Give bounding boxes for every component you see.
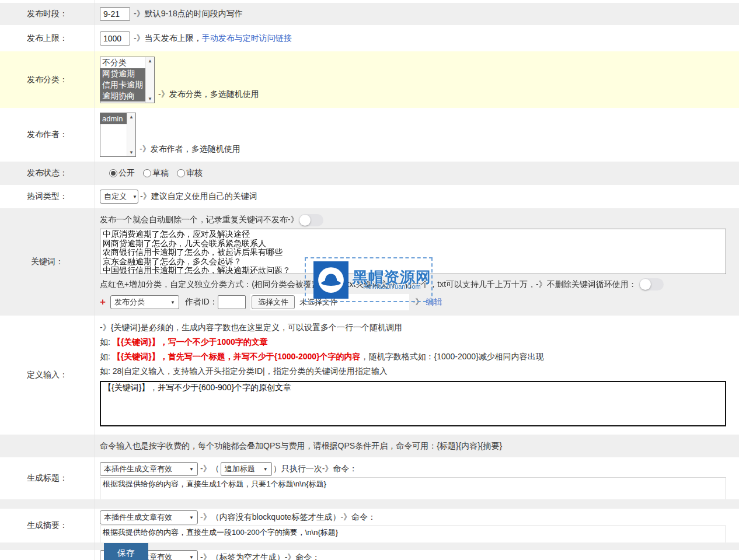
scroll-up-icon[interactable]: ▲ — [129, 114, 134, 120]
row-generate-summary: 生成摘要： 本插件生成文章有效 ▼ -》（内容没有blockquote标签才生成… — [0, 509, 739, 542]
hat-icon — [316, 265, 346, 295]
publish-limit-hint: -》当天发布上限， — [134, 33, 202, 44]
radio-review[interactable]: 审核 — [177, 168, 203, 178]
publish-category-multiselect[interactable]: 不分类 网贷逾期 信用卡逾期 逾期协商 ▲ ▼ — [100, 57, 155, 103]
row-define-input: 定义输入： -》{关键词}是必须的，生成内容字数也在这里定义，可以设置多个一行一… — [0, 316, 739, 435]
add-category-button[interactable]: + — [100, 296, 106, 308]
row-publish-limit: 发布上限： -》当天发布上限， 手动发布与定时访问链接 — [0, 25, 739, 51]
define-input-example-3: 如: 28|自定义输入，支持输入开头指定分类ID|，指定分类的关键词使用指定输入 — [100, 366, 739, 376]
publish-time-hint: -》默认9-18点的时间段内写作 — [134, 9, 243, 19]
generate-summary-command-textarea[interactable]: 根据我提供给你的内容，直接生成一段100-200个字的摘要，\n\n{标题} — [100, 526, 726, 542]
keywords-label: 关键词： — [0, 208, 95, 316]
publish-author-hint: -》发布作者，多选随机使用 — [140, 144, 240, 155]
row-generate-title: 生成标题： 本插件生成文章有效 ▼ -》（ 追加标题 ▼ ）只执行一次-》命令：… — [0, 457, 739, 499]
heimao-logo-icon — [313, 261, 348, 299]
scroll-down-icon[interactable]: ▼ — [148, 96, 152, 102]
generate-title-label: 生成标题： — [0, 457, 95, 499]
define-input-example-2: 如: 【{关键词}】，首先写一个标题，并写不少于{1000-2000}个字的内容… — [100, 352, 739, 361]
keyword-loop-toggle[interactable] — [639, 278, 664, 290]
summary-mode-select[interactable]: 本插件生成文章有效 ▼ — [100, 510, 198, 524]
radio-public[interactable]: 公开 — [109, 168, 135, 178]
category-option[interactable]: 不分类 — [100, 57, 145, 68]
settings-page: 发布时段： -》默认9-18点的时间段内写作 发布上限： -》当天发布上限， 手… — [0, 0, 739, 560]
chevron-down-icon: ▼ — [133, 194, 137, 200]
generate-title-command-textarea[interactable]: 根据我提供给你的内容，直接生成1个标题，只要1个标题\n\n{标题} — [100, 477, 726, 499]
category-option[interactable]: 信用卡逾期 — [100, 79, 145, 90]
title-append-select[interactable]: 追加标题 ▼ — [221, 462, 272, 476]
keyword-auto-delete-toggle[interactable] — [299, 214, 323, 226]
scroll-down-icon[interactable]: ▼ — [129, 150, 134, 155]
radio-icon[interactable] — [109, 169, 117, 177]
row-separator — [0, 499, 739, 509]
radio-icon[interactable] — [143, 169, 151, 177]
manual-publish-link[interactable]: 手动发布与定时访问链接 — [202, 33, 292, 44]
define-input-example-1: 如: 【{关键词}】，写一个不少于1000字的文章 — [100, 337, 739, 346]
row-command-note: 命令输入也是按字收费的，每个功能都会叠加QPS与费用，请根据QPS条件开启，命令… — [0, 435, 739, 457]
watermark-subtitle: HeiMaoZiYuan.Com — [353, 284, 431, 290]
publish-category-hint: -》发布分类，多选随机使用 — [158, 89, 259, 100]
radio-icon[interactable] — [177, 169, 185, 177]
define-input-label: 定义输入： — [0, 316, 95, 435]
category-option[interactable]: 网贷逾期 — [100, 68, 145, 79]
multiselect-scrollbar[interactable]: ▲ ▼ — [127, 113, 135, 156]
publish-limit-label: 发布上限： — [0, 25, 95, 51]
multiselect-scrollbar[interactable]: ▲ ▼ — [145, 57, 154, 103]
scroll-up-icon[interactable]: ▲ — [148, 58, 152, 64]
row-publish-category: 发布分类： 不分类 网贷逾期 信用卡逾期 逾期协商 ▲ ▼ -》发布分类，多选随… — [0, 51, 739, 108]
publish-author-multiselect[interactable]: admin ▲ ▼ — [100, 113, 136, 157]
publish-category-label: 发布分类： — [0, 51, 95, 108]
row-hot-word-type: 热词类型： 自定义 ▼ -》建议自定义使用自己的关键词 — [0, 185, 739, 208]
row-publish-time: 发布时段： -》默认9-18点的时间段内写作 — [0, 3, 739, 25]
keyword-category-select[interactable]: 发布分类 ▼ — [110, 295, 179, 309]
watermark: 黑帽资源网 HeiMaoZiYuan.Com — [305, 257, 433, 302]
author-option[interactable]: admin — [100, 113, 127, 124]
hot-word-hint: -》建议自定义使用自己的关键词 — [140, 191, 257, 202]
chevron-down-icon: ▼ — [189, 555, 194, 560]
command-note-text: 命令输入也是按字收费的，每个功能都会叠加QPS与费用，请根据QPS条件开启，命令… — [100, 441, 502, 452]
row-publish-status: 发布状态： 公开 草稿 审核 — [0, 162, 739, 185]
chevron-down-icon: ▼ — [263, 467, 268, 472]
publish-author-label: 发布作者： — [0, 108, 95, 162]
hot-word-label: 热词类型： — [0, 185, 95, 208]
keywords-auto-delete-text: 发布一个就会自动删除一个，记录重复关键词不发布-》 — [100, 215, 299, 225]
title-mode-select[interactable]: 本插件生成文章有效 ▼ — [100, 462, 198, 476]
choose-file-button[interactable]: 选择文件 — [252, 295, 295, 309]
author-id-input[interactable] — [218, 295, 246, 309]
category-option[interactable]: 逾期协商 — [100, 90, 145, 102]
hot-word-select[interactable]: 自定义 ▼ — [100, 190, 138, 204]
chevron-down-icon: ▼ — [170, 300, 175, 305]
author-id-label: 作者ID： — [185, 297, 218, 307]
radio-draft[interactable]: 草稿 — [143, 168, 169, 178]
chevron-down-icon: ▼ — [189, 467, 194, 472]
publish-status-label: 发布状态： — [0, 162, 95, 185]
publish-time-label: 发布时段： — [0, 3, 95, 25]
publish-limit-input[interactable] — [100, 32, 130, 46]
generate-summary-label: 生成摘要： — [0, 509, 95, 542]
define-input-note: -》{关键词}是必须的，生成内容字数也在这里定义，可以设置多个一行一个随机调用 — [100, 323, 739, 332]
define-input-textarea[interactable]: 【{关键词}】，并写不少于{600-900}个字的原创文章 — [100, 381, 726, 426]
row-publish-author: 发布作者： admin ▲ ▼ -》发布作者，多选随机使用 — [0, 108, 739, 162]
save-button[interactable]: 保存 — [104, 543, 148, 560]
chevron-down-icon: ▼ — [189, 515, 194, 520]
publish-time-input[interactable] — [100, 7, 130, 21]
